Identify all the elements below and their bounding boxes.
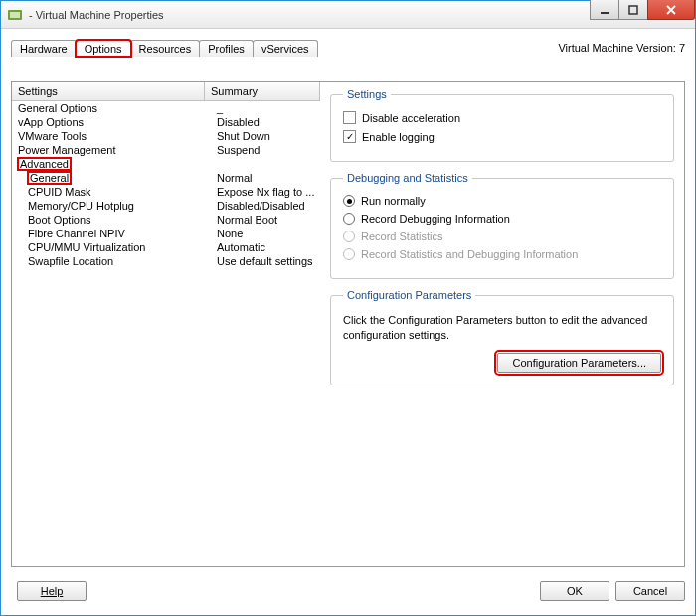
run-normally-label: Run normally xyxy=(361,195,426,207)
list-body: General Options _ vApp Options Disabled … xyxy=(12,101,320,268)
svg-rect-1 xyxy=(10,12,20,18)
col-summary[interactable]: Summary xyxy=(205,82,320,100)
tabs-row: Hardware Options Resources Profiles vSer… xyxy=(11,37,685,59)
record-both-label: Record Statistics and Debugging Informat… xyxy=(361,248,578,260)
config-params-group: Configuration Parameters Click the Confi… xyxy=(330,289,674,385)
vsphere-icon xyxy=(7,7,23,23)
disable-acceleration-row[interactable]: Disable acceleration xyxy=(343,111,661,124)
tab-profiles[interactable]: Profiles xyxy=(199,40,254,57)
list-label: CPUID Mask xyxy=(12,186,211,198)
list-summary: Expose Nx flag to ... xyxy=(211,186,320,198)
tab-hardware[interactable]: Hardware xyxy=(11,40,77,57)
list-label: Advanced xyxy=(12,158,211,170)
main-panel: Settings Summary General Options _ vApp … xyxy=(11,81,685,567)
svg-rect-3 xyxy=(629,6,637,14)
record-debug-row[interactable]: Record Debugging Information xyxy=(343,213,661,225)
bottom-bar: Help OK Cancel xyxy=(11,577,685,605)
ok-button[interactable]: OK xyxy=(540,581,609,601)
record-stats-label: Record Statistics xyxy=(361,231,443,242)
enable-logging-row[interactable]: Enable logging xyxy=(343,130,661,143)
tabs: Hardware Options Resources Profiles vSer… xyxy=(11,40,317,57)
configuration-parameters-button[interactable]: Configuration Parameters... xyxy=(497,353,661,373)
tab-resources[interactable]: Resources xyxy=(130,40,201,57)
content-area: Hardware Options Resources Profiles vSer… xyxy=(1,29,695,615)
record-both-radio xyxy=(343,248,355,260)
disable-accel-checkbox[interactable] xyxy=(343,111,356,124)
record-stats-row: Record Statistics xyxy=(343,231,661,242)
list-item-power-management[interactable]: Power Management Suspend xyxy=(12,143,320,157)
settings-list: Settings Summary General Options _ vApp … xyxy=(12,82,320,566)
list-item-general-options[interactable]: General Options _ xyxy=(12,101,320,115)
svg-rect-2 xyxy=(601,12,609,14)
vm-version-label: Virtual Machine Version: 7 xyxy=(558,42,685,54)
record-both-row: Record Statistics and Debugging Informat… xyxy=(343,248,661,260)
list-summary: _ xyxy=(211,102,320,114)
list-label: General xyxy=(12,172,211,184)
enable-logging-label: Enable logging xyxy=(362,131,435,143)
disable-accel-label: Disable acceleration xyxy=(362,112,460,124)
list-label: Power Management xyxy=(12,144,211,156)
list-item-cpuid-mask[interactable]: CPUID Mask Expose Nx flag to ... xyxy=(12,185,320,199)
list-summary: Disabled xyxy=(211,116,320,128)
window-title: - Virtual Machine Properties xyxy=(29,9,164,21)
list-summary: Automatic xyxy=(211,241,320,253)
settings-group: Settings Disable acceleration Enable log… xyxy=(330,88,674,162)
list-label-text: General xyxy=(28,172,71,184)
list-item-vmware-tools[interactable]: VMware Tools Shut Down xyxy=(12,129,320,143)
list-label: Fibre Channel NPIV xyxy=(12,228,211,239)
list-summary: Normal xyxy=(211,172,320,184)
maximize-button[interactable] xyxy=(618,0,648,20)
list-label: Boot Options xyxy=(12,214,211,226)
list-summary: Normal Boot xyxy=(211,214,320,226)
list-label: General Options xyxy=(12,102,211,114)
debugging-legend: Debugging and Statistics xyxy=(343,172,472,184)
list-summary: None xyxy=(211,228,320,239)
right-panel: Settings Disable acceleration Enable log… xyxy=(320,82,684,566)
list-label: Swapfile Location xyxy=(12,255,211,267)
enable-logging-checkbox[interactable] xyxy=(343,130,356,143)
list-item-memory-cpu-hotplug[interactable]: Memory/CPU Hotplug Disabled/Disabled xyxy=(12,199,320,213)
run-normally-row[interactable]: Run normally xyxy=(343,195,661,207)
list-label: vApp Options xyxy=(12,116,211,128)
list-label: VMware Tools xyxy=(12,130,211,142)
list-summary: Use default settings xyxy=(211,255,320,267)
list-item-advanced[interactable]: Advanced xyxy=(12,157,320,171)
list-summary xyxy=(211,158,320,170)
tab-options[interactable]: Options xyxy=(76,40,131,57)
list-item-boot-options[interactable]: Boot Options Normal Boot xyxy=(12,213,320,227)
titlebar[interactable]: - Virtual Machine Properties xyxy=(1,1,695,29)
list-summary: Suspend xyxy=(211,144,320,156)
help-button[interactable]: Help xyxy=(17,581,87,601)
cancel-button[interactable]: Cancel xyxy=(615,581,685,601)
debugging-group: Debugging and Statistics Run normally Re… xyxy=(330,172,674,279)
help-label: Help xyxy=(41,585,64,597)
config-params-legend: Configuration Parameters xyxy=(343,289,475,301)
list-item-fc-npiv[interactable]: Fibre Channel NPIV None xyxy=(12,227,320,240)
list-label: CPU/MMU Virtualization xyxy=(12,241,211,253)
close-button[interactable] xyxy=(647,0,695,20)
tab-vservices[interactable]: vServices xyxy=(253,40,318,57)
list-item-cpu-mmu[interactable]: CPU/MMU Virtualization Automatic xyxy=(12,240,320,254)
record-debug-label: Record Debugging Information xyxy=(361,213,510,225)
list-item-general[interactable]: General Normal xyxy=(12,171,320,185)
list-header: Settings Summary xyxy=(12,82,320,101)
run-normally-radio[interactable] xyxy=(343,195,355,207)
config-params-help: Click the Configuration Parameters butto… xyxy=(343,313,661,343)
record-stats-radio xyxy=(343,231,355,242)
list-label-text: Advanced xyxy=(18,158,71,170)
list-label: Memory/CPU Hotplug xyxy=(12,200,211,212)
window-buttons xyxy=(591,0,695,20)
list-item-vapp-options[interactable]: vApp Options Disabled xyxy=(12,115,320,129)
list-item-swapfile[interactable]: Swapfile Location Use default settings xyxy=(12,254,320,268)
record-debug-radio[interactable] xyxy=(343,213,355,225)
vm-properties-window: - Virtual Machine Properties Hardware Op… xyxy=(0,0,696,616)
list-summary: Disabled/Disabled xyxy=(211,200,320,212)
minimize-button[interactable] xyxy=(590,0,619,20)
col-settings[interactable]: Settings xyxy=(12,82,205,100)
list-summary: Shut Down xyxy=(211,130,320,142)
settings-legend: Settings xyxy=(343,88,391,100)
